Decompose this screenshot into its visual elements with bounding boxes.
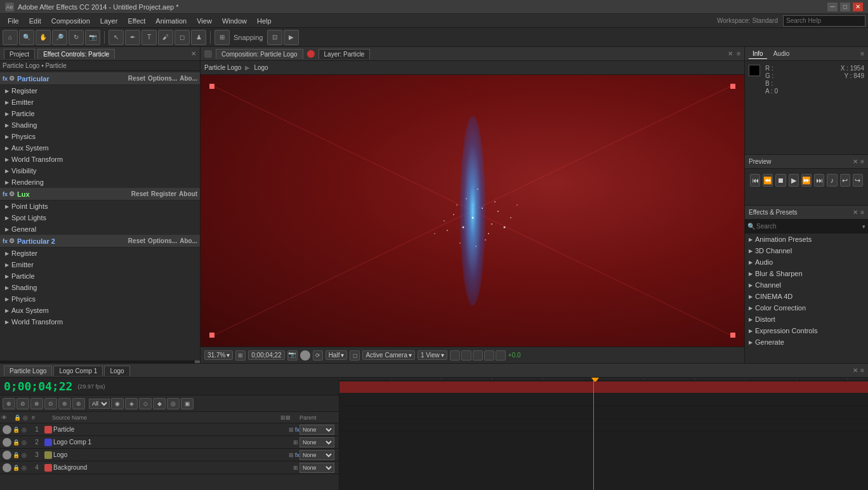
layer-name-1[interactable]: Particle: [53, 426, 287, 433]
audio-tab[interactable]: Audio: [770, 49, 794, 58]
pen-tool[interactable]: ✒: [125, 30, 140, 45]
tl-ctrl-9[interactable]: ◇: [139, 398, 152, 409]
particular2-world-transform[interactable]: ▶World Transform: [0, 316, 200, 328]
tl-ctrl-1[interactable]: ⊕: [3, 398, 15, 409]
skip-back-btn[interactable]: ⏮: [750, 174, 760, 187]
particular-emitter[interactable]: ▶Emitter: [0, 96, 200, 108]
close-button[interactable]: ✕: [853, 3, 863, 11]
grid-btn[interactable]: [450, 350, 460, 361]
particular-options[interactable]: Options...: [148, 75, 177, 82]
select-tool[interactable]: ↖: [109, 30, 124, 45]
category-blur-sharpen[interactable]: ▶ Blur & Sharpen: [745, 268, 868, 279]
particular-aux-system[interactable]: ▶Aux System: [0, 142, 200, 154]
menu-file[interactable]: File: [3, 16, 24, 26]
text-tool[interactable]: T: [141, 30, 157, 45]
lux-general[interactable]: ▶General: [0, 223, 200, 235]
tl-ctrl-4[interactable]: ⊙: [44, 398, 57, 409]
layer-solo-3[interactable]: ◎: [22, 452, 30, 458]
search-help-input[interactable]: [783, 15, 865, 27]
comp-panel-menu[interactable]: ≡: [737, 50, 740, 57]
preview-panel-menu[interactable]: ≡: [860, 158, 864, 165]
layer-switch-2[interactable]: ⊞: [293, 439, 298, 446]
category-color-correction[interactable]: ▶ Color Correction: [745, 302, 868, 314]
layer-name-4[interactable]: Background: [53, 464, 292, 471]
menu-window[interactable]: Window: [217, 16, 252, 26]
comp-panel-close[interactable]: ✕: [728, 50, 733, 57]
minimize-button[interactable]: ─: [827, 3, 838, 11]
category-expression-controls[interactable]: ▶ Expression Controls: [745, 325, 868, 336]
menu-layer[interactable]: Layer: [95, 16, 123, 26]
menu-view[interactable]: View: [192, 16, 217, 26]
timecode-display[interactable]: 0;00;04;22: [248, 350, 284, 360]
search-tool[interactable]: 🔍: [19, 30, 34, 45]
rotate-tool[interactable]: ↻: [69, 30, 84, 45]
composition-tab[interactable]: Composition: Particle Logo: [216, 49, 303, 59]
render-tool[interactable]: ▶: [284, 30, 299, 45]
overlay-btn[interactable]: [461, 350, 471, 361]
menu-effect[interactable]: Effect: [122, 16, 150, 26]
category-cinema4d[interactable]: ▶ CINEMA 4D: [745, 291, 868, 302]
quality-dropdown[interactable]: Half ▾: [326, 350, 348, 360]
layer-solo-4[interactable]: ◎: [22, 465, 30, 471]
layer-lock-4[interactable]: 🔒: [13, 465, 22, 471]
category-audio[interactable]: ▶ Audio: [745, 256, 868, 268]
timeline-panel-close[interactable]: ✕: [853, 367, 858, 374]
tl-ctrl-2[interactable]: ⊘: [16, 398, 29, 409]
layer-fx-3[interactable]: fx: [295, 452, 299, 458]
loop-btn[interactable]: ↩: [840, 174, 850, 187]
breadcrumb-comp[interactable]: Particle Logo: [204, 64, 241, 71]
lux-reset[interactable]: Reset: [131, 190, 148, 197]
tl-ctrl-10[interactable]: ◆: [153, 398, 166, 409]
lock-btn[interactable]: [300, 350, 310, 361]
layer-fx-1[interactable]: fx: [295, 427, 299, 433]
layer-vis-2[interactable]: [3, 438, 11, 447]
category-animation-presets[interactable]: ▶ Animation Presets: [745, 234, 868, 245]
skip-fwd-btn[interactable]: ⏭: [814, 174, 824, 187]
safe-btn[interactable]: [473, 350, 483, 361]
particular2-physics[interactable]: ▶Physics: [0, 293, 200, 305]
menu-edit[interactable]: Edit: [24, 16, 46, 26]
lux-point-lights[interactable]: ▶Point Lights: [0, 201, 200, 212]
parent-select-4[interactable]: None: [299, 463, 334, 473]
layer-name-3[interactable]: Logo: [53, 451, 287, 458]
tl-ctrl-7[interactable]: ◉: [111, 398, 124, 409]
particular2-options[interactable]: Options...: [148, 237, 177, 244]
timeline-tab-logo[interactable]: Logo: [104, 366, 129, 376]
timeline-tab-logo-comp[interactable]: Logo Comp 1: [53, 366, 103, 376]
effects-search-input[interactable]: [756, 223, 861, 230]
particular-particle[interactable]: ▶Particle: [0, 108, 200, 119]
particular2-particle[interactable]: ▶Particle: [0, 270, 200, 282]
effect-controls-tab[interactable]: Effect Controls: Particle: [37, 49, 115, 59]
breadcrumb-logo[interactable]: Logo: [254, 64, 268, 71]
3d-btn[interactable]: [484, 350, 494, 361]
particular2-aux-system[interactable]: ▶Aux System: [0, 305, 200, 316]
layer-solo-1[interactable]: ◎: [22, 427, 30, 433]
camera-tool[interactable]: 📷: [85, 30, 100, 45]
brush-tool[interactable]: 🖌: [158, 30, 173, 45]
main-timecode[interactable]: 0;00;04;22: [4, 380, 72, 393]
lux-spot-lights[interactable]: ▶Spot Lights: [0, 212, 200, 223]
camera-dropdown[interactable]: Active Camera ▾: [362, 350, 415, 360]
stop-btn[interactable]: ⏹: [775, 174, 786, 187]
lux-about[interactable]: About: [179, 190, 197, 197]
info-tab[interactable]: Info: [749, 49, 767, 59]
tl-ctrl-8[interactable]: ◈: [125, 398, 138, 409]
layer-solo-2[interactable]: ◎: [22, 439, 30, 446]
particular-rendering[interactable]: ▶Rendering: [0, 176, 200, 188]
particular2-register[interactable]: ▶Register: [0, 248, 200, 259]
snapshot-btn[interactable]: 📷: [287, 350, 298, 361]
layer-tab[interactable]: Layer: Particle: [319, 49, 371, 59]
snap-tool[interactable]: ⊞: [214, 30, 230, 45]
particular-physics[interactable]: ▶Physics: [0, 131, 200, 142]
effects-panel-close[interactable]: ✕: [853, 209, 858, 216]
lux-register[interactable]: Register: [151, 190, 176, 197]
motion-btn[interactable]: ⟳: [313, 350, 323, 361]
layer-switch-3[interactable]: ⊞: [289, 452, 294, 458]
tl-ctrl-12[interactable]: ▣: [181, 398, 194, 409]
category-3d-channel[interactable]: ▶ 3D Channel: [745, 245, 868, 256]
preview-panel-close[interactable]: ✕: [853, 158, 858, 165]
parent-select-2[interactable]: None: [299, 437, 334, 447]
particular2-about[interactable]: Abo...: [180, 237, 197, 244]
timeline-tab-particle[interactable]: Particle Logo: [4, 366, 52, 376]
eraser-tool[interactable]: ◻: [174, 30, 190, 45]
